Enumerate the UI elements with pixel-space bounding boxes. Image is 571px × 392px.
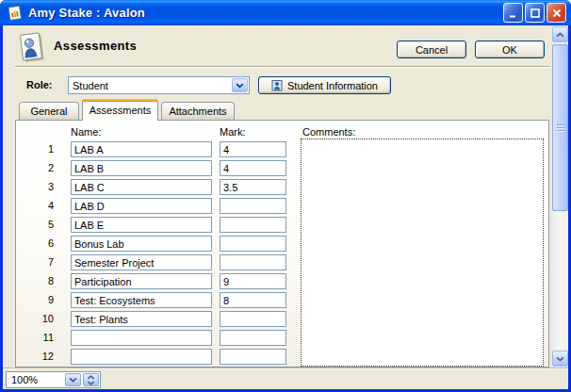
zoom-spinner-button[interactable] (83, 373, 99, 386)
name-input[interactable] (71, 179, 212, 195)
assessment-row: 12 (16, 349, 299, 365)
mark-input[interactable] (220, 292, 286, 308)
assessment-row: 2 (16, 160, 299, 176)
minimize-icon (508, 8, 519, 19)
minimize-button[interactable] (503, 3, 523, 23)
tab-assessments[interactable]: Assessments (82, 99, 158, 121)
assessment-row: 6 (16, 236, 299, 252)
dialog-window: Amy Stake : Avalon Assessments Cance (0, 0, 571, 392)
name-input[interactable] (71, 311, 212, 327)
mark-input[interactable] (220, 160, 286, 176)
chevron-down-icon (69, 377, 77, 383)
tab-general-label: General (30, 106, 67, 117)
chart-document-icon (7, 5, 24, 22)
mark-input[interactable] (220, 330, 286, 346)
row-number: 8 (22, 273, 54, 289)
person-card-icon (15, 30, 47, 64)
name-input[interactable] (71, 273, 212, 289)
maximize-button[interactable] (525, 3, 545, 23)
name-input[interactable] (71, 236, 212, 252)
statusbar: 100% (3, 368, 568, 389)
ok-button[interactable]: OK (475, 41, 545, 58)
maximize-icon (530, 8, 541, 19)
scrollbar-thumb-grip-icon (557, 124, 564, 132)
active-tab-stripe (82, 99, 158, 102)
cancel-button[interactable]: Cancel (397, 41, 466, 58)
chevron-down-icon (556, 356, 564, 362)
zoom-control[interactable]: 100% (6, 371, 101, 388)
combo-arrow-button[interactable] (232, 78, 248, 92)
assessment-row: 9 (16, 292, 299, 308)
name-input[interactable] (71, 160, 212, 176)
header-divider (15, 66, 549, 68)
assessment-row: 7 (16, 254, 299, 270)
name-column-header: Name: (71, 126, 101, 138)
row-number: 3 (22, 179, 54, 195)
name-input[interactable] (71, 141, 212, 157)
vertical-scrollbar[interactable] (552, 26, 568, 368)
row-number: 4 (22, 198, 54, 214)
up-down-arrows-icon (87, 375, 95, 385)
close-icon (551, 8, 563, 19)
row-number: 5 (22, 217, 54, 233)
mark-input[interactable] (220, 236, 286, 252)
mark-input[interactable] (220, 254, 286, 270)
page-title: Assessments (54, 39, 137, 53)
student-information-label: Student Information (287, 80, 378, 91)
assessment-row: 11 (16, 330, 299, 346)
comments-input[interactable] (301, 139, 544, 367)
zoom-value: 100% (7, 372, 64, 387)
row-number: 2 (22, 160, 54, 176)
role-select[interactable]: Student (68, 76, 250, 94)
row-number: 12 (22, 349, 54, 365)
name-input[interactable] (71, 349, 212, 365)
assessment-row: 3 (16, 179, 299, 195)
mark-input[interactable] (220, 179, 286, 195)
row-number: 11 (22, 330, 54, 346)
assessment-row: 5 (16, 217, 299, 233)
student-information-button[interactable]: Student Information (258, 76, 391, 94)
scroll-down-button[interactable] (552, 351, 568, 367)
mark-input[interactable] (220, 141, 286, 157)
scrollbar-track[interactable] (552, 42, 568, 351)
role-label: Role: (26, 79, 53, 90)
zoom-dropdown-button[interactable] (65, 373, 81, 386)
titlebar[interactable]: Amy Stake : Avalon (0, 0, 571, 25)
assessment-row: 1 (16, 141, 299, 157)
tab-general[interactable]: General (19, 102, 79, 120)
row-number: 6 (22, 236, 54, 252)
close-button[interactable] (547, 3, 566, 23)
window-controls (503, 3, 566, 23)
comments-header: Comments: (302, 126, 355, 138)
tab-attachments[interactable]: Attachments (161, 102, 235, 120)
name-input[interactable] (71, 330, 212, 346)
scroll-up-button[interactable] (552, 26, 568, 42)
tab-attachments-label: Attachments (169, 106, 226, 117)
mark-input[interactable] (220, 311, 286, 327)
mark-input[interactable] (220, 198, 286, 214)
name-input[interactable] (71, 292, 212, 308)
role-selected-value: Student (69, 80, 231, 91)
name-input[interactable] (71, 198, 212, 214)
chevron-down-icon (236, 83, 244, 89)
ok-button-label: OK (502, 44, 517, 56)
row-number: 10 (22, 311, 54, 327)
chevron-up-icon (556, 32, 564, 38)
row-number: 7 (22, 254, 54, 270)
name-input[interactable] (71, 217, 212, 233)
scrollbar-thumb[interactable] (552, 44, 568, 211)
assessment-row: 10 (16, 311, 299, 327)
window-title: Amy Stake : Avalon (28, 6, 145, 20)
mark-input[interactable] (220, 273, 286, 289)
cancel-button-label: Cancel (416, 44, 448, 56)
mark-input[interactable] (220, 349, 286, 365)
tab-assessments-label: Assessments (90, 105, 151, 116)
person-icon (271, 79, 284, 91)
assessments-tab-panel: Name: Mark: Comments: 1 2 3 4 (15, 120, 549, 368)
mark-input[interactable] (220, 217, 286, 233)
row-number: 9 (22, 292, 54, 308)
mark-column-header: Mark: (220, 126, 246, 138)
assessment-row: 4 (16, 198, 299, 214)
name-input[interactable] (71, 254, 212, 270)
assessment-row: 8 (16, 273, 299, 289)
